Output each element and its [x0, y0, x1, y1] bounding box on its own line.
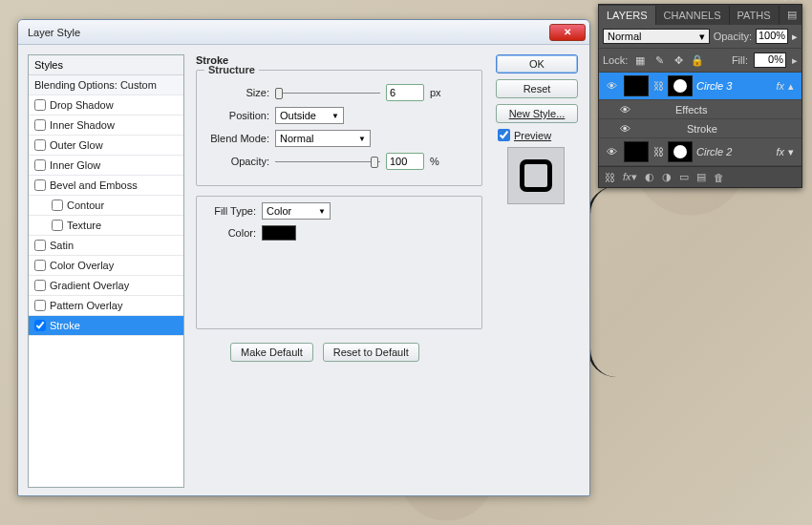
size-slider[interactable]	[275, 86, 380, 99]
trash-icon[interactable]: 🗑	[714, 172, 724, 183]
fill-type-label: Fill Type:	[204, 205, 256, 217]
styles-list: Styles Blending Options: Custom Drop Sha…	[28, 54, 184, 488]
link-icon[interactable]: ⛓	[652, 146, 664, 158]
vector-mask[interactable]	[668, 141, 693, 162]
fill-fieldset: Fill Type: Color▼ Color:	[196, 196, 482, 329]
style-texture[interactable]: Texture	[29, 216, 183, 236]
structure-fieldset: Structure Size: px Position: Outside▼ Bl…	[196, 70, 482, 186]
style-outer-glow[interactable]: Outer Glow	[29, 136, 183, 156]
opacity-slider[interactable]	[275, 155, 380, 168]
preview-checkbox[interactable]	[498, 129, 510, 141]
checkbox-texture[interactable]	[52, 220, 63, 231]
layer-thumbnail[interactable]	[624, 141, 649, 162]
visibility-icon[interactable]: 👁	[603, 80, 620, 92]
position-select[interactable]: Outside▼	[275, 107, 344, 124]
checkbox-stroke[interactable]	[34, 320, 46, 331]
chevron-down-icon: ▼	[318, 207, 326, 216]
style-pattern-overlay[interactable]: Pattern Overlay	[29, 296, 183, 316]
checkbox-inner-shadow[interactable]	[34, 119, 46, 131]
layer-thumbnail[interactable]	[624, 75, 649, 96]
reset-button[interactable]: Reset	[496, 79, 578, 98]
new-layer-icon[interactable]: ▤	[696, 171, 706, 183]
effects-row[interactable]: 👁 Effects	[599, 100, 801, 119]
mask-icon[interactable]: ◐	[645, 171, 654, 183]
structure-legend: Structure	[204, 64, 259, 75]
checkbox-pattern-overlay[interactable]	[34, 300, 46, 311]
style-bevel[interactable]: Bevel and Emboss	[29, 176, 183, 196]
make-default-button[interactable]: Make Default	[230, 343, 313, 362]
layer-row-circle3[interactable]: 👁 ⛓ Circle 3 fx ▴	[599, 73, 801, 100]
visibility-icon[interactable]: 👁	[616, 104, 633, 116]
fill-value[interactable]: 0%	[754, 52, 786, 68]
style-gradient-overlay[interactable]: Gradient Overlay	[29, 276, 183, 296]
chevron-down-icon: ▼	[358, 135, 366, 143]
close-button[interactable]: ✕	[549, 24, 586, 41]
styles-header[interactable]: Styles	[29, 55, 183, 75]
fill-type-select[interactable]: Color▼	[262, 202, 331, 220]
style-inner-glow[interactable]: Inner Glow	[29, 156, 183, 176]
opacity-label: Opacity:	[714, 31, 752, 42]
opacity-input[interactable]	[386, 153, 424, 170]
link-layers-icon[interactable]: ⛓	[605, 172, 615, 183]
blending-options-row[interactable]: Blending Options: Custom	[29, 75, 183, 95]
visibility-icon[interactable]: 👁	[616, 123, 633, 135]
lock-all-icon[interactable]: 🔒	[691, 54, 704, 67]
style-color-overlay[interactable]: Color Overlay	[29, 256, 183, 276]
visibility-icon[interactable]: 👁	[603, 146, 620, 158]
dialog-titlebar[interactable]: Layer Style ✕	[18, 20, 589, 45]
color-swatch[interactable]	[262, 225, 296, 241]
chevron-up-icon[interactable]: ▴	[788, 80, 798, 93]
lock-brush-icon[interactable]: ✎	[652, 54, 666, 67]
tab-layers[interactable]: LAYERS	[599, 6, 656, 25]
checkbox-inner-glow[interactable]	[34, 159, 46, 171]
chevron-down-icon[interactable]: ▾	[788, 146, 798, 158]
size-input[interactable]	[386, 84, 424, 101]
link-icon[interactable]: ⛓	[652, 80, 664, 92]
layer-name[interactable]: Circle 2	[696, 146, 772, 158]
panel-footer: ⛓ fx▾ ◐ ◑ ▭ ▤ 🗑	[599, 166, 801, 187]
checkbox-gradient-overlay[interactable]	[34, 280, 46, 291]
fill-flyout-icon[interactable]: ▸	[792, 54, 798, 67]
new-style-button[interactable]: New Style...	[496, 104, 578, 123]
close-icon[interactable]: ✕	[792, 0, 801, 1]
lock-move-icon[interactable]: ✥	[672, 54, 685, 67]
opacity-value[interactable]: 100%	[756, 29, 788, 44]
style-inner-shadow[interactable]: Inner Shadow	[29, 116, 183, 136]
checkbox-color-overlay[interactable]	[34, 260, 46, 271]
layer-name[interactable]: Circle 3	[696, 80, 772, 92]
adjustment-icon[interactable]: ◑	[662, 171, 672, 183]
checkbox-drop-shadow[interactable]	[34, 99, 46, 111]
layer-row-circle2[interactable]: 👁 ⛓ Circle 2 fx ▾	[599, 138, 801, 166]
panel-menu-icon[interactable]: ▤	[780, 5, 804, 25]
canvas-shape-curve	[588, 186, 616, 377]
checkbox-contour[interactable]	[52, 200, 63, 211]
layer-list: 👁 ⛓ Circle 3 fx ▴ 👁 Effects 👁 Stroke 👁 ⛓…	[599, 73, 801, 166]
fx-menu-icon[interactable]: fx▾	[623, 171, 637, 183]
tab-channels[interactable]: CHANNELS	[656, 6, 730, 25]
collapse-icon[interactable]: ◀◀	[779, 0, 788, 1]
opacity-flyout-icon[interactable]: ▸	[792, 31, 798, 43]
fx-badge[interactable]: fx	[776, 80, 784, 92]
style-contour[interactable]: Contour	[29, 196, 183, 216]
preview-toggle[interactable]: Preview	[498, 129, 580, 141]
checkbox-satin[interactable]	[34, 240, 46, 251]
blend-mode-select[interactable]: Normal▼	[275, 130, 371, 147]
fx-badge[interactable]: fx	[776, 146, 784, 158]
lock-pixels-icon[interactable]: ▦	[633, 54, 647, 67]
group-icon[interactable]: ▭	[679, 171, 689, 183]
style-drop-shadow[interactable]: Drop Shadow	[29, 95, 183, 116]
vector-mask[interactable]	[668, 75, 693, 96]
preview-shape	[520, 159, 552, 192]
chevron-down-icon: ▾	[699, 31, 705, 43]
stroke-effect-row[interactable]: 👁 Stroke	[599, 119, 801, 138]
style-stroke[interactable]: Stroke	[29, 316, 183, 336]
fill-label: Fill:	[732, 54, 748, 66]
checkbox-bevel[interactable]	[34, 179, 46, 191]
layer-blend-select[interactable]: Normal▾	[603, 29, 710, 44]
style-satin[interactable]: Satin	[29, 236, 183, 256]
tab-paths[interactable]: PATHS	[730, 6, 780, 25]
checkbox-outer-glow[interactable]	[34, 139, 46, 151]
ok-button[interactable]: OK	[496, 54, 578, 74]
reset-default-button[interactable]: Reset to Default	[323, 343, 419, 362]
lock-label: Lock:	[603, 54, 628, 66]
